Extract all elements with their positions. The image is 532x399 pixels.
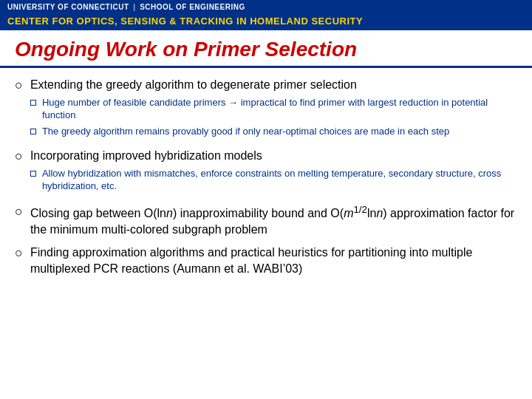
sub-bullet-text-1-2: The greedy algorithm remains provably go… bbox=[42, 125, 449, 138]
bullet-text-3: Closing gap between O(lnn) inapproximabi… bbox=[30, 207, 514, 236]
sub-bullet-item-2-1: Allow hybridization with mismatches, enf… bbox=[30, 167, 517, 193]
university-name: UNIVERSITY OF CONNECTICUT bbox=[7, 3, 129, 11]
header-top-bar: UNIVERSITY OF CONNECTICUT | SCHOOL OF EN… bbox=[0, 0, 532, 13]
bullet-dot-4: ○ bbox=[15, 245, 23, 262]
sub-bullet-item-1-1: Huge number of feasible candidate primer… bbox=[30, 96, 517, 122]
sub-bullet-item-1-2: The greedy algorithm remains provably go… bbox=[30, 125, 517, 138]
bullet-item-2: ○ Incorporating improved hybridization m… bbox=[15, 148, 517, 196]
sub-bullets-2: Allow hybridization with mismatches, enf… bbox=[30, 167, 517, 193]
slide-title-area: Ongoing Work on Primer Selection bbox=[0, 30, 532, 68]
banner-title: CENTER FOR OPTICS, SENSING & TRACKING IN… bbox=[7, 16, 363, 27]
banner: CENTER FOR OPTICS, SENSING & TRACKING IN… bbox=[0, 13, 532, 30]
bullet-item-1: ○ Extending the greedy algorithm to dege… bbox=[15, 77, 517, 140]
content-area: ○ Extending the greedy algorithm to dege… bbox=[0, 68, 532, 292]
sub-bullet-text-1-1: Huge number of feasible candidate primer… bbox=[42, 96, 517, 122]
bullet-text-4: Finding approximation algorithms and pra… bbox=[30, 246, 473, 275]
slide-title: Ongoing Work on Primer Selection bbox=[15, 38, 357, 61]
sub-bullet-sq-2-1 bbox=[30, 171, 36, 177]
sub-bullet-text-2-1: Allow hybridization with mismatches, enf… bbox=[42, 167, 517, 193]
bullet-dot-1: ○ bbox=[15, 77, 23, 94]
sub-bullets-1: Huge number of feasible candidate primer… bbox=[30, 96, 517, 138]
bullet-dot-2: ○ bbox=[15, 148, 23, 165]
bullet-content-2: Incorporating improved hybridization mod… bbox=[30, 148, 517, 196]
bullet-text-1: Extending the greedy algorithm to degene… bbox=[30, 78, 357, 91]
bullet-dot-3: ○ bbox=[15, 203, 23, 220]
bullet-content-1: Extending the greedy algorithm to degene… bbox=[30, 77, 517, 140]
sub-bullet-sq-1-1 bbox=[30, 100, 36, 106]
school-name: SCHOOL OF ENGINEERING bbox=[140, 3, 245, 11]
bullet-content-3: Closing gap between O(lnn) inapproximabi… bbox=[30, 203, 517, 238]
bullet-item-4: ○ Finding approximation algorithms and p… bbox=[15, 245, 517, 276]
bullet-text-2: Incorporating improved hybridization mod… bbox=[30, 149, 262, 162]
header-divider: | bbox=[134, 3, 136, 11]
sub-bullet-sq-1-2 bbox=[30, 129, 36, 134]
bullet-content-4: Finding approximation algorithms and pra… bbox=[30, 245, 517, 276]
header-wrapper: UNIVERSITY OF CONNECTICUT | SCHOOL OF EN… bbox=[0, 0, 532, 30]
bullet-item-3: ○ Closing gap between O(lnn) inapproxima… bbox=[15, 203, 517, 238]
